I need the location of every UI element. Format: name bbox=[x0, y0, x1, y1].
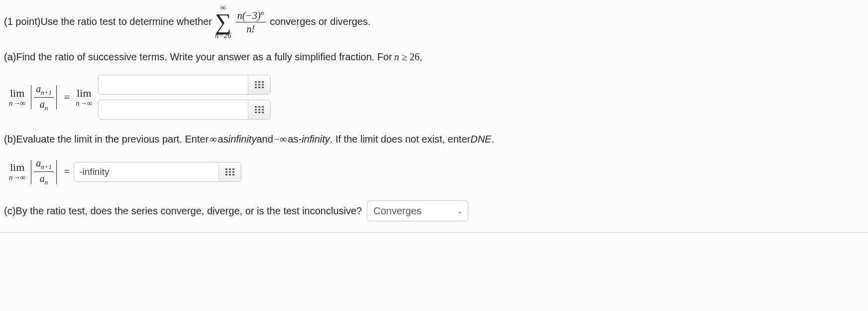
ratio-num-a: a bbox=[36, 83, 41, 94]
part-b-t2: as bbox=[218, 134, 228, 145]
series-term: n(−3)n n! bbox=[235, 8, 266, 35]
part-c-text: By the ratio test, does the series conve… bbox=[15, 205, 362, 217]
ratio-num-sub-b: n+1 bbox=[41, 163, 52, 170]
svg-rect-26 bbox=[232, 174, 234, 175]
svg-rect-7 bbox=[258, 87, 260, 88]
svg-rect-19 bbox=[229, 168, 231, 170]
lim-text: lim bbox=[10, 88, 24, 99]
problem-statement: (1 point) Use the ratio test to determin… bbox=[4, 4, 864, 39]
svg-rect-3 bbox=[255, 84, 257, 86]
svg-rect-14 bbox=[262, 109, 264, 111]
svg-rect-0 bbox=[255, 81, 257, 83]
limit-input-wrap bbox=[74, 162, 241, 182]
ratio-frac: an+1 an bbox=[34, 83, 54, 112]
part-b-text: (b) Evaluate the limit in the previous p… bbox=[4, 134, 864, 145]
part-b-t1: Evaluate the limit in the previous part.… bbox=[16, 134, 209, 145]
select-value: Converges bbox=[373, 205, 422, 217]
term-num-base: n(−3) bbox=[237, 10, 261, 21]
part-b-t3: and bbox=[256, 134, 273, 145]
chevron-down-icon: ⌄ bbox=[457, 207, 463, 215]
svg-rect-8 bbox=[262, 87, 264, 88]
keypad-icon bbox=[255, 106, 264, 113]
ratio-den-sub-b: n bbox=[45, 178, 48, 186]
cond-rel: ≥ 26 bbox=[399, 51, 420, 62]
equals-1: = bbox=[64, 92, 70, 103]
term-numerator: n(−3)n bbox=[235, 8, 266, 21]
lim-text-2: lim bbox=[77, 88, 91, 99]
lim-left: lim n→∞ bbox=[9, 88, 25, 107]
part-c-label: (c) bbox=[4, 205, 15, 217]
keypad-icon bbox=[225, 168, 234, 175]
sigma-block: ∞ ∑ n=26 bbox=[215, 4, 231, 39]
svg-rect-6 bbox=[255, 87, 257, 88]
svg-rect-2 bbox=[262, 81, 264, 83]
part-a-text: (a) Find the ratio of successive terms. … bbox=[4, 51, 864, 63]
keypad-button-num[interactable] bbox=[248, 75, 270, 94]
svg-rect-13 bbox=[258, 109, 260, 111]
part-a-tail: , bbox=[420, 51, 423, 63]
numerator-input-wrap bbox=[98, 75, 271, 95]
abs-ratio-b: an+1 an bbox=[29, 157, 58, 186]
cond-var: n bbox=[394, 51, 399, 62]
numerator-input[interactable] bbox=[99, 75, 248, 94]
svg-rect-21 bbox=[225, 171, 227, 172]
denominator-input[interactable] bbox=[99, 100, 248, 119]
svg-rect-1 bbox=[258, 81, 260, 83]
part-b-tail: . bbox=[491, 134, 494, 145]
svg-rect-4 bbox=[258, 84, 260, 86]
lim-sub: n→∞ bbox=[9, 100, 25, 107]
denominator-input-wrap bbox=[98, 100, 271, 120]
infinity-word: infinity bbox=[228, 134, 257, 145]
part-a-label: (a) bbox=[4, 51, 16, 63]
convergence-select[interactable]: Converges ⌄ bbox=[367, 200, 468, 221]
svg-rect-15 bbox=[255, 112, 257, 113]
part-a-equation: lim n→∞ an+1 an = lim n→∞ bbox=[7, 75, 864, 120]
intro-before: Use the ratio test to determine whether bbox=[40, 16, 212, 27]
dne-label: DNE bbox=[470, 134, 491, 145]
ratio-num-a-b: a bbox=[36, 157, 41, 168]
svg-rect-18 bbox=[225, 168, 227, 170]
lim-sub-2: n→∞ bbox=[76, 100, 92, 107]
sigma-lower: n=26 bbox=[215, 32, 231, 39]
keypad-button-den[interactable] bbox=[248, 100, 270, 119]
svg-rect-24 bbox=[225, 174, 227, 175]
svg-rect-25 bbox=[229, 174, 231, 175]
part-a-body: Find the ratio of successive terms. Writ… bbox=[16, 51, 392, 63]
svg-rect-12 bbox=[255, 109, 257, 111]
svg-rect-20 bbox=[232, 168, 234, 170]
svg-rect-16 bbox=[258, 112, 260, 113]
svg-rect-22 bbox=[229, 171, 231, 172]
abs-ratio: an+1 an bbox=[29, 83, 58, 112]
sigma-symbol: ∑ bbox=[215, 11, 231, 32]
ratio-input-fraction bbox=[98, 75, 271, 120]
limit-input[interactable] bbox=[74, 162, 218, 181]
part-b-t5: . If the limit does not exist, enter bbox=[330, 134, 470, 145]
lim-b: lim n→∞ bbox=[9, 162, 25, 181]
ratio-den-sub: n bbox=[45, 104, 48, 112]
svg-rect-9 bbox=[255, 106, 257, 108]
keypad-button-b[interactable] bbox=[218, 162, 241, 181]
term-num-exp: n bbox=[261, 9, 264, 16]
ratio-frac-b: an+1 an bbox=[34, 157, 54, 186]
lim-text-b: lim bbox=[10, 162, 24, 173]
ratio-num-sub: n+1 bbox=[41, 89, 52, 96]
part-b-t4: as bbox=[288, 134, 298, 145]
equals-b: = bbox=[64, 166, 70, 177]
inf-sym: ∞ bbox=[210, 134, 217, 145]
lim-sub-b: n→∞ bbox=[9, 174, 25, 181]
keypad-icon bbox=[255, 81, 264, 88]
svg-rect-11 bbox=[262, 106, 264, 108]
svg-rect-17 bbox=[262, 112, 264, 113]
part-c: (c) By the ratio test, does the series c… bbox=[4, 200, 864, 221]
ratio-den-a: a bbox=[40, 99, 45, 110]
neg-infinity-word: -infinity bbox=[298, 134, 329, 145]
svg-rect-23 bbox=[232, 171, 234, 172]
neginf-sym: −∞ bbox=[274, 134, 287, 145]
intro-after: converges or diverges. bbox=[270, 16, 370, 27]
lim-right: lim n→∞ bbox=[76, 88, 92, 107]
term-denominator: n! bbox=[244, 23, 257, 35]
part-b-label: (b) bbox=[4, 134, 16, 145]
ratio-den-a-b: a bbox=[40, 173, 45, 184]
svg-rect-10 bbox=[258, 106, 260, 108]
points-label: (1 point) bbox=[4, 16, 40, 27]
